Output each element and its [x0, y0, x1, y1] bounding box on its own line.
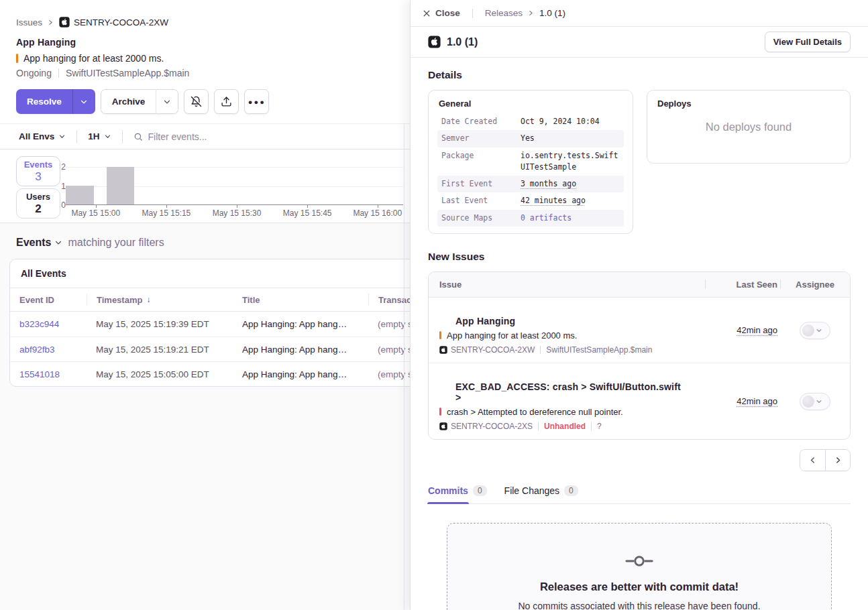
tab-commits-label: Commits: [428, 485, 468, 496]
table-row: EXC_BAD_ACCESS: crash > SwiftUI/Button.s…: [429, 363, 850, 439]
search-icon: [133, 132, 143, 141]
events-chart-bars: [66, 167, 403, 204]
event-id-link[interactable]: 15541018: [19, 369, 60, 379]
sort-descending-icon: ↓: [146, 295, 150, 304]
list-item: Date Created Oct 9, 2024 10:04: [437, 113, 624, 130]
deploys-empty-text: No deploys found: [647, 90, 850, 163]
archive-dropdown-button[interactable]: [156, 89, 178, 114]
avatar: [802, 395, 814, 408]
pagination-next-button[interactable]: [825, 450, 850, 471]
chart-x-tick-label: May 15 15:15: [142, 208, 191, 218]
tab-commits[interactable]: Commits 0: [428, 485, 487, 503]
tab-commits-count-badge: 0: [473, 485, 487, 496]
issue-meta: SENTRY-COCOA-2XW SwiftUITestSampleApp.$m…: [439, 345, 705, 355]
apple-platform-icon: [439, 422, 447, 430]
column-header-timestamp[interactable]: Timestamp ↓: [87, 294, 233, 306]
column-header-title[interactable]: Title: [233, 295, 368, 305]
divider: [538, 422, 539, 430]
more-actions-button[interactable]: ●●●: [244, 89, 269, 114]
kv-label: Source Maps: [441, 212, 521, 224]
empty-state-title: Releases are better with commit data!: [461, 581, 818, 593]
kv-label: Last Event: [441, 195, 521, 206]
issue-level-indicator: [439, 408, 441, 416]
details-cards-row: General Date Created Oct 9, 2024 10:04 S…: [428, 90, 851, 234]
release-tabs: Commits 0 File Changes 0: [428, 485, 851, 504]
chart-bar: [107, 167, 134, 204]
events-dataset-selector[interactable]: Events: [16, 237, 62, 249]
issue-level-indicator: [16, 54, 18, 63]
git-commit-icon: [461, 553, 818, 569]
column-header-timestamp-label: Timestamp: [97, 295, 142, 305]
tab-file-changes[interactable]: File Changes 0: [504, 485, 578, 503]
drawer-breadcrumb: Releases 1.0 (1): [485, 8, 565, 18]
bell-slash-icon: [191, 96, 202, 107]
help-question-icon: ?: [597, 422, 602, 431]
list-item: First Event 3 months ago: [437, 176, 624, 192]
kv-label: Semver: [441, 133, 521, 144]
chevron-down-icon: [104, 133, 111, 140]
chart-x-axis-line: [66, 204, 403, 205]
assignee-dropdown[interactable]: [800, 393, 830, 410]
resolve-dropdown-button[interactable]: [72, 89, 95, 114]
chevron-down-icon: [816, 398, 822, 405]
drawer-close-label: Close: [435, 8, 460, 18]
issue-message-text: crash > Attempted to dereference null po…: [447, 407, 623, 417]
event-timestamp: May 15, 2025 15:05:00 EDT: [96, 369, 209, 379]
breadcrumb-issues-link[interactable]: Issues: [16, 17, 42, 27]
kv-label: Date Created: [441, 116, 521, 127]
event-id-link[interactable]: b323c944: [19, 319, 59, 329]
list-item: Package io.sentry.tests.SwiftUITestSampl…: [437, 147, 624, 176]
drawer-close-button[interactable]: Close: [423, 8, 460, 18]
view-full-details-button[interactable]: View Full Details: [765, 32, 851, 52]
issue-title-link[interactable]: EXC_BAD_ACCESS: crash > SwiftUI/Button.s…: [455, 381, 689, 403]
archive-button[interactable]: Archive: [101, 89, 156, 114]
share-button[interactable]: [214, 89, 239, 114]
drawer-breadcrumb-releases[interactable]: Releases: [485, 8, 523, 18]
breadcrumb-project-label: SENTRY-COCOA-2XW: [74, 17, 168, 27]
issue-status-text: Ongoing: [16, 68, 52, 78]
chart-y-tick-label: 2: [61, 162, 66, 172]
issue-last-seen: 42min ago: [705, 306, 780, 355]
event-id-link[interactable]: abf92fb3: [19, 345, 55, 355]
issue-message: crash > Attempted to dereference null po…: [439, 407, 705, 417]
source-maps-artifacts-link[interactable]: 0 artifacts: [521, 212, 572, 224]
column-header-event-id[interactable]: Event ID: [10, 295, 87, 305]
assignee-dropdown[interactable]: [800, 322, 830, 339]
kv-value: Yes: [521, 133, 535, 144]
events-heading-suffix: matching your filters: [68, 237, 164, 249]
new-issues-table-header: Issue Last Seen Assignee: [429, 272, 850, 298]
chart-bar: [66, 186, 94, 204]
environment-selector[interactable]: All Envs: [11, 131, 74, 141]
general-kv-list: Date Created Oct 9, 2024 10:04 Semver Ye…: [437, 113, 624, 227]
chart-y-tick-label: 0: [61, 200, 66, 210]
kv-value-last-event: 42 minutes ago: [521, 195, 586, 206]
chart-tick-mark: [237, 205, 237, 208]
issue-title-link[interactable]: App Hanging: [455, 316, 689, 326]
chart-tick-mark: [166, 205, 167, 208]
column-header-assignee: Assignee: [780, 280, 850, 290]
chart-y-tick-label: 1: [61, 182, 66, 191]
resolve-button[interactable]: Resolve: [16, 89, 72, 114]
event-timestamp: May 15, 2025 15:19:21 EDT: [96, 345, 209, 355]
details-heading: Details: [428, 69, 851, 81]
release-title-row: 1.0 (1) View Full Details: [411, 27, 868, 58]
release-drawer: Close Releases 1.0 (1) 1.0 (1) View Full…: [410, 0, 868, 610]
chevron-left-icon: [809, 456, 816, 464]
time-period-selector[interactable]: 1H: [80, 131, 119, 141]
mute-button[interactable]: [184, 89, 209, 114]
event-timestamp: May 15, 2025 15:19:39 EDT: [96, 319, 209, 329]
breadcrumb-project[interactable]: SENTRY-COCOA-2XW: [59, 17, 168, 27]
close-icon: [423, 9, 431, 17]
issue-project-slug: SENTRY-COCOA-2XW: [451, 345, 535, 355]
new-issues-heading: New Issues: [428, 251, 851, 263]
pagination-previous-button[interactable]: [800, 450, 825, 471]
chart-x-tick-label: May 15 15:45: [283, 208, 332, 218]
list-item: Semver Yes: [437, 130, 624, 147]
events-heading-label: Events: [16, 237, 51, 249]
release-version-label: 1.0 (1): [447, 36, 478, 48]
apple-platform-icon: [59, 17, 70, 27]
issue-summary: App Hanging App hanging for at least 200…: [429, 306, 705, 355]
new-issues-pagination: [428, 449, 851, 471]
kv-label: Package: [441, 150, 521, 174]
empty-state-subtitle: No commits associated with this release …: [461, 601, 818, 610]
